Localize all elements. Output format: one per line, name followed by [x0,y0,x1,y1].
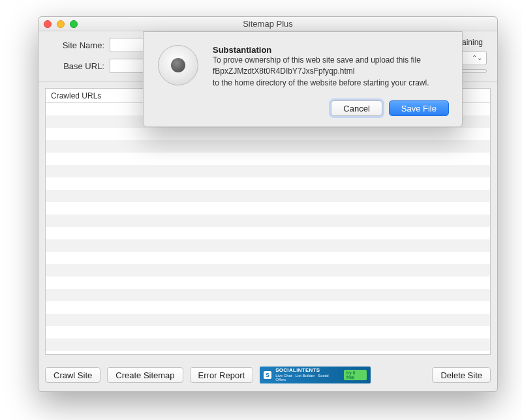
table-row [46,314,490,326]
dialog-app-icon [158,45,198,85]
window-title: Sitemap Plus [38,19,497,29]
table-row [46,215,490,227]
table-row [46,153,490,165]
cancel-button[interactable]: Cancel [331,100,382,116]
crawl-site-button[interactable]: Crawl Site [45,367,100,383]
table-row [46,227,490,239]
dialog-title: Substantiation [213,45,449,55]
titlebar: Sitemap Plus [38,17,497,31]
col-crawled-urls[interactable]: Crawled URLs [46,89,144,102]
table-row [46,277,490,289]
table-row [46,165,490,177]
table-row [46,239,490,252]
dialog-line2: to the home directory of the website bef… [213,78,429,87]
table-row [46,252,490,264]
close-icon[interactable] [44,20,52,28]
ad-banner[interactable]: S SOCIALINTENTS Live Chat · List Builder… [260,367,371,383]
footer-toolbar: Crawl Site Create Sitemap Error Report S… [38,361,497,391]
dialog-filename: fBpxZJMzdtX8t0R4DIbY7JxsFpfyqp.html [213,67,354,76]
minimize-icon[interactable] [57,20,65,28]
ad-brand: SOCIALINTENTS [275,368,340,374]
table-row [46,190,490,202]
error-report-button[interactable]: Error Report [190,367,254,383]
delete-site-button[interactable]: Delete Site [432,367,491,383]
ad-cta: try it free [344,370,367,380]
table-row [46,177,490,190]
dialog-body: To prove ownership of this web site save… [213,55,449,89]
table-row [46,326,490,338]
window-controls [44,20,78,28]
table-row [46,128,490,140]
site-name-label: Site Name: [49,40,104,50]
base-url-label: Base URL: [49,61,104,71]
substantiation-dialog: Substantiation To prove ownership of thi… [143,31,463,127]
table-row [46,301,490,314]
ad-tagline: Live Chat · List Builder · Social Offers [275,374,340,382]
url-table: Crawled URLs ing Status [45,88,491,355]
table-body [46,103,490,354]
table-row [46,338,490,351]
table-row [46,289,490,301]
table-row [46,264,490,277]
table-row [46,202,490,215]
table-row [46,140,490,153]
create-sitemap-button[interactable]: Create Sitemap [107,367,183,383]
zoom-icon[interactable] [70,20,78,28]
chevron-up-down-icon: ⌃⌄ [472,55,482,61]
app-window: Sitemap Plus Site Name: Base URL: s rema… [38,16,498,392]
ad-logo-icon: S [264,371,271,379]
save-file-button[interactable]: Save File [389,100,449,116]
dialog-line1: To prove ownership of this web site save… [213,55,421,65]
